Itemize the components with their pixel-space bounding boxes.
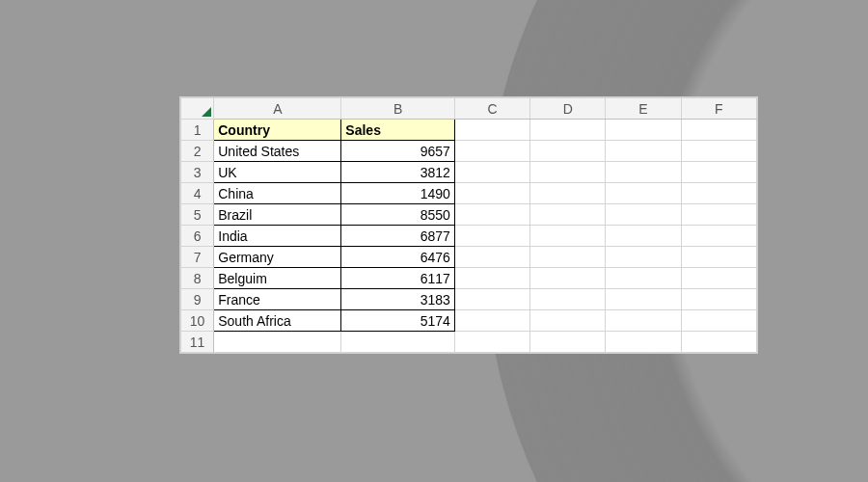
col-header-B[interactable]: B (341, 98, 454, 120)
col-header-F[interactable]: F (681, 98, 756, 120)
cell-F8[interactable] (681, 268, 756, 289)
cell-C8[interactable] (454, 268, 529, 289)
cell-E9[interactable] (606, 289, 681, 310)
table-row: 7Germany6476 (181, 247, 757, 268)
row-header-5[interactable]: 5 (181, 204, 214, 226)
cell-B6[interactable]: 6877 (341, 226, 454, 247)
cell-A4[interactable]: China (214, 183, 341, 204)
cell-C1[interactable] (454, 120, 529, 141)
cell-B4[interactable]: 1490 (341, 183, 454, 204)
cell-D7[interactable] (530, 247, 606, 268)
cell-E2[interactable] (606, 141, 681, 162)
cell-D9[interactable] (530, 289, 606, 310)
cell-C4[interactable] (454, 183, 529, 204)
cell-F1[interactable] (681, 120, 756, 141)
table-row: 4China1490 (181, 183, 757, 204)
cell-B8[interactable]: 6117 (341, 268, 454, 289)
row-header-3[interactable]: 3 (181, 162, 214, 183)
cell-A3[interactable]: UK (214, 162, 341, 183)
table-row: 3UK3812 (181, 162, 757, 183)
table-row: 1CountrySales (181, 120, 757, 141)
row-header-2[interactable]: 2 (181, 141, 214, 162)
cell-C11[interactable] (454, 332, 529, 353)
cell-B7[interactable]: 6476 (341, 247, 454, 268)
column-header-row: A B C D E F (181, 98, 757, 120)
row-header-1[interactable]: 1 (181, 120, 214, 141)
cell-E4[interactable] (606, 183, 681, 204)
col-header-C[interactable]: C (454, 98, 529, 120)
spreadsheet: A B C D E F 1CountrySales2United States9… (179, 96, 758, 354)
cell-D8[interactable] (530, 268, 606, 289)
cell-F7[interactable] (681, 247, 756, 268)
cell-A11[interactable] (214, 332, 341, 353)
row-header-6[interactable]: 6 (181, 226, 214, 247)
cell-F3[interactable] (681, 162, 756, 183)
cell-C6[interactable] (454, 226, 529, 247)
table-row: 9France3183 (181, 289, 757, 310)
cell-B1[interactable]: Sales (341, 120, 454, 141)
cell-C7[interactable] (454, 247, 529, 268)
cell-C10[interactable] (454, 310, 529, 332)
row-header-10[interactable]: 10 (181, 310, 214, 332)
cell-F11[interactable] (681, 332, 756, 353)
table-row: 2United States9657 (181, 141, 757, 162)
cell-A7[interactable]: Germany (214, 247, 341, 268)
cell-A6[interactable]: India (214, 226, 341, 247)
row-header-7[interactable]: 7 (181, 247, 214, 268)
cell-A5[interactable]: Brazil (214, 204, 341, 226)
cell-C5[interactable] (454, 204, 529, 226)
cell-F6[interactable] (681, 226, 756, 247)
table-row: 6India6877 (181, 226, 757, 247)
cell-E3[interactable] (606, 162, 681, 183)
cell-C2[interactable] (454, 141, 529, 162)
cell-A9[interactable]: France (214, 289, 341, 310)
cell-D4[interactable] (530, 183, 606, 204)
cell-A2[interactable]: United States (214, 141, 341, 162)
table-row: 10South Africa5174 (181, 310, 757, 332)
col-header-A[interactable]: A (214, 98, 341, 120)
cell-E6[interactable] (606, 226, 681, 247)
cell-D3[interactable] (530, 162, 606, 183)
cell-A10[interactable]: South Africa (214, 310, 341, 332)
cell-B9[interactable]: 3183 (341, 289, 454, 310)
cell-B11[interactable] (341, 332, 454, 353)
cell-B2[interactable]: 9657 (341, 141, 454, 162)
select-all-corner[interactable] (181, 98, 214, 120)
cell-E8[interactable] (606, 268, 681, 289)
col-header-D[interactable]: D (530, 98, 606, 120)
cell-F10[interactable] (681, 310, 756, 332)
cell-F5[interactable] (681, 204, 756, 226)
table-row: 11 (181, 332, 757, 353)
cell-D10[interactable] (530, 310, 606, 332)
row-header-8[interactable]: 8 (181, 268, 214, 289)
cell-D2[interactable] (530, 141, 606, 162)
cell-E7[interactable] (606, 247, 681, 268)
grid: A B C D E F 1CountrySales2United States9… (180, 97, 757, 353)
table-row: 5Brazil8550 (181, 204, 757, 226)
cell-E10[interactable] (606, 310, 681, 332)
row-header-9[interactable]: 9 (181, 289, 214, 310)
cell-D5[interactable] (530, 204, 606, 226)
cell-D1[interactable] (530, 120, 606, 141)
cell-E1[interactable] (606, 120, 681, 141)
cell-C3[interactable] (454, 162, 529, 183)
cell-D11[interactable] (530, 332, 606, 353)
cell-B10[interactable]: 5174 (341, 310, 454, 332)
cell-D6[interactable] (530, 226, 606, 247)
cell-F4[interactable] (681, 183, 756, 204)
cell-E11[interactable] (606, 332, 681, 353)
cell-A1[interactable]: Country (214, 120, 341, 141)
row-header-4[interactable]: 4 (181, 183, 214, 204)
cell-B5[interactable]: 8550 (341, 204, 454, 226)
cell-B3[interactable]: 3812 (341, 162, 454, 183)
row-header-11[interactable]: 11 (181, 332, 214, 353)
table-row: 8Belguim6117 (181, 268, 757, 289)
cell-C9[interactable] (454, 289, 529, 310)
cell-F9[interactable] (681, 289, 756, 310)
cell-E5[interactable] (606, 204, 681, 226)
cell-F2[interactable] (681, 141, 756, 162)
cell-A8[interactable]: Belguim (214, 268, 341, 289)
col-header-E[interactable]: E (606, 98, 681, 120)
